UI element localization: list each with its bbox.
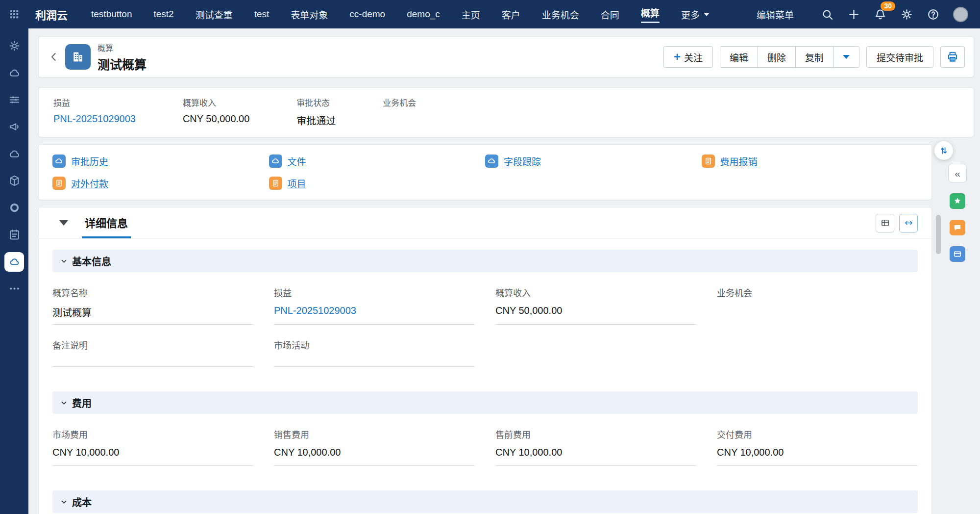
nav-tab-form-object[interactable]: 表单对象: [280, 0, 339, 28]
sidebar-item-more[interactable]: [3, 275, 25, 302]
collapse-panel-button[interactable]: «: [948, 164, 967, 182]
entity-type-label: 概算: [98, 42, 147, 53]
cloud-icon: [8, 147, 21, 160]
follow-button[interactable]: + 关注: [663, 46, 713, 68]
nav-tab-opportunities[interactable]: 业务机会: [531, 0, 590, 28]
highlight-profit-loss: 损益 PNL-20251029003: [53, 96, 136, 128]
section-header-costs[interactable]: 成本: [52, 490, 918, 513]
gear-icon[interactable]: [900, 8, 913, 21]
reorder-panels-button[interactable]: [934, 141, 953, 160]
sidebar-item-cloud-sync[interactable]: [3, 59, 25, 86]
nav-tab-estimate-active[interactable]: 概算: [630, 0, 670, 28]
user-avatar[interactable]: [953, 7, 968, 22]
sidebar-item-target[interactable]: [3, 194, 25, 221]
help-icon[interactable]: [927, 8, 940, 21]
page-title: 测试概算: [98, 55, 147, 73]
section-header-basic-info[interactable]: 基本信息: [52, 250, 918, 272]
action-button-group: 编辑 删除 复制: [720, 46, 859, 68]
section-header-expenses[interactable]: 费用: [52, 391, 918, 414]
related-link-field-tracking[interactable]: 字段跟踪: [485, 152, 702, 170]
field-market-expense: 市场费用 CNY 10,000.00: [52, 428, 253, 466]
layout-columns-button[interactable]: [876, 214, 894, 232]
nav-tab-test2[interactable]: test2: [143, 0, 184, 28]
highlight-estimate-income: 概算收入 CNY 50,000.00: [183, 96, 249, 128]
record-link[interactable]: PNL-20251029003: [53, 113, 136, 125]
field-presales-expense: 售前费用 CNY 10,000.00: [495, 428, 696, 466]
rail-favorites-icon[interactable]: [950, 193, 965, 209]
nav-tab-dedupe-test[interactable]: 测试查重: [185, 0, 244, 28]
edit-menu-button[interactable]: 编辑菜单: [757, 8, 794, 21]
table-layout-icon: [880, 218, 890, 228]
rail-chat-icon[interactable]: [950, 220, 965, 235]
sidebar-item-tasks[interactable]: [3, 221, 25, 248]
chevron-down-icon: [59, 398, 69, 408]
field-opportunity: 业务机会: [717, 286, 918, 325]
ring-icon: [8, 201, 21, 214]
sidebar-item-cloud-2[interactable]: [3, 140, 25, 167]
highlight-approval-status: 审批状态 审批通过: [296, 96, 336, 128]
plus-icon[interactable]: [847, 8, 860, 21]
tab-detail-info[interactable]: 详细信息: [82, 207, 131, 238]
related-link-files[interactable]: 文件: [269, 152, 486, 170]
sidebar-item-settings[interactable]: [3, 32, 25, 59]
field-campaign: 市场活动: [274, 338, 475, 367]
topbar: 利润云 testbutton test2 测试查重 test 表单对象 cc-d…: [0, 0, 980, 28]
highlight-opportunity: 业务机会: [383, 96, 416, 128]
status-value: 审批通过: [296, 113, 336, 128]
building-icon: [71, 50, 85, 64]
waffle-grid-icon: [9, 9, 20, 20]
expand-width-button[interactable]: [899, 214, 918, 232]
app-launcher-button[interactable]: [0, 9, 28, 20]
submit-approval-button[interactable]: 提交待审批: [866, 46, 933, 68]
field-sales-expense: 销售费用 CNY 10,000.00: [274, 428, 475, 466]
cloud-icon: [269, 154, 282, 168]
bell-icon[interactable]: 30: [874, 8, 887, 21]
copy-button[interactable]: 复制: [795, 46, 833, 68]
delete-button[interactable]: 删除: [758, 46, 796, 68]
title-block: 概算 测试概算: [98, 42, 147, 73]
more-dots-icon: [8, 282, 21, 295]
highlights-panel: 损益 PNL-20251029003 概算收入 CNY 50,000.00 审批…: [38, 87, 974, 137]
back-button[interactable]: [45, 48, 63, 66]
rail-card-icon[interactable]: [950, 246, 965, 262]
nav-tab-home[interactable]: 主页: [451, 0, 491, 28]
related-link-approval-history[interactable]: 审批历史: [52, 152, 269, 170]
cloud-icon: [8, 256, 21, 268]
print-button[interactable]: [940, 46, 965, 68]
search-icon[interactable]: [821, 8, 834, 21]
related-link-outbound-payment[interactable]: 对外付款: [52, 174, 269, 192]
scrollbar-thumb[interactable]: [936, 215, 941, 254]
record-link[interactable]: PNL-20251029003: [274, 305, 475, 319]
nav-tab-customers[interactable]: 客户: [491, 0, 531, 28]
field-estimate-income: 概算收入 CNY 50,000.00: [495, 286, 696, 325]
vertical-scrollbar[interactable]: [936, 144, 941, 514]
related-link-project[interactable]: 项目: [269, 174, 486, 192]
swap-vertical-icon: [938, 145, 949, 156]
document-icon: [52, 177, 66, 190]
fields-expenses: 市场费用 CNY 10,000.00 销售费用 CNY 10,000.00 售前…: [52, 414, 918, 480]
printer-icon: [946, 51, 959, 63]
collapse-triangle-icon[interactable]: [59, 220, 68, 226]
nav-tab-test[interactable]: test: [244, 0, 280, 28]
sidebar-item-estimate-active[interactable]: [3, 248, 25, 275]
right-rail: «: [941, 144, 974, 514]
nav-tab-demo-c[interactable]: demo_c: [396, 0, 451, 28]
document-icon: [702, 154, 715, 168]
main-content: 概算 测试概算 + 关注 编辑 删除 复制 提交待审批: [28, 0, 980, 514]
package-icon: [8, 174, 21, 187]
sidebar-item-products[interactable]: [3, 167, 25, 194]
related-link-expense-report[interactable]: 费用报销: [702, 152, 918, 170]
field-remarks: 备注说明: [52, 338, 253, 367]
nav-tab-more[interactable]: 更多: [670, 0, 720, 28]
sidebar-item-marketing[interactable]: [3, 113, 25, 140]
nav-tab-contracts[interactable]: 合同: [590, 0, 630, 28]
brand-logo: 利润云: [35, 6, 68, 22]
cloud-icon: [52, 154, 66, 168]
sidebar-item-filters[interactable]: [3, 86, 25, 113]
detail-tab-bar: 详细信息: [39, 207, 931, 239]
edit-button[interactable]: 编辑: [720, 46, 758, 68]
nav-tab-testbutton[interactable]: testbutton: [80, 0, 143, 28]
more-actions-dropdown-button[interactable]: [833, 46, 859, 68]
fields-basic-info: 概算名称 测试概算 损益 PNL-20251029003 概算收入 CNY 50…: [52, 272, 918, 381]
nav-tab-cc-demo[interactable]: cc-demo: [339, 0, 396, 28]
